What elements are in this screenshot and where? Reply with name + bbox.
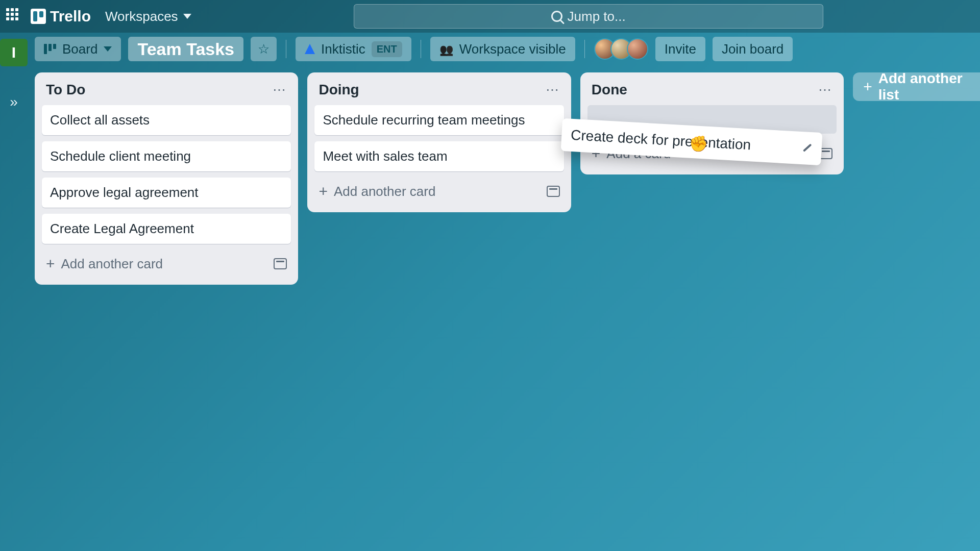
list-menu-icon[interactable]: ⋯ [546, 82, 560, 98]
star-icon: ☆ [258, 41, 270, 57]
plus-icon: + [46, 255, 55, 272]
chevron-down-icon [183, 14, 191, 19]
list-title[interactable]: To Do [46, 82, 85, 98]
expand-sidebar-icon[interactable]: » [10, 94, 18, 110]
left-rail: I » [0, 33, 28, 551]
board-icon [44, 44, 56, 54]
board-members[interactable] [594, 38, 648, 60]
plus-icon: + [318, 183, 328, 200]
workspace-link[interactable]: Inktistic ENT [296, 37, 411, 61]
search-input[interactable]: Jump to... [354, 4, 823, 29]
card[interactable]: Approve legal agreement [42, 178, 291, 208]
card[interactable]: Collect all assets [42, 105, 291, 135]
pencil-icon[interactable] [801, 142, 813, 154]
workspace-badge: ENT [372, 41, 402, 57]
add-list-button[interactable]: + Add another list [853, 72, 980, 101]
workspace-initial: I [12, 44, 16, 61]
invite-button[interactable]: Invite [655, 37, 705, 61]
list-title[interactable]: Doing [318, 82, 359, 98]
add-list-label: Add another list [878, 70, 980, 103]
list-header: To Do ⋯ [42, 80, 291, 99]
board-title-text: Team Tasks [137, 39, 234, 59]
add-card-button[interactable]: + Add another card [42, 250, 291, 278]
toolbar-divider [584, 40, 585, 58]
add-card-button[interactable]: + Add another card [314, 178, 564, 205]
board-view-switcher[interactable]: Board [35, 37, 121, 61]
list-header: Done ⋯ [587, 80, 837, 99]
chevron-down-icon [104, 46, 112, 52]
toolbar-divider [421, 40, 421, 58]
invite-label: Invite [665, 41, 696, 57]
star-button[interactable]: ☆ [251, 37, 277, 61]
board-toolbar: Board Team Tasks ☆ Inktistic ENT Workspa… [28, 33, 980, 65]
trello-logo-text: Trello [50, 8, 91, 25]
list-menu-icon[interactable]: ⋯ [818, 82, 832, 98]
workspace-name: Inktistic [321, 41, 365, 57]
atlassian-icon [305, 44, 315, 54]
board-area: I » Board Team Tasks ☆ Inktistic ENT [0, 33, 980, 551]
list-menu-icon[interactable]: ⋯ [273, 82, 287, 98]
card[interactable]: Meet with sales team [314, 141, 564, 171]
search-placeholder: Jump to... [568, 9, 626, 24]
trello-logo[interactable]: Trello [31, 8, 91, 25]
add-card-label: Add another card [334, 184, 435, 199]
avatar[interactable] [627, 38, 648, 60]
toolbar-divider [286, 40, 286, 58]
dragging-card-title: Create deck for presentation [570, 127, 751, 154]
template-icon[interactable] [274, 258, 287, 269]
list-header: Doing ⋯ [314, 80, 564, 99]
visibility-label: Workspace visible [459, 41, 566, 57]
add-card-label: Add another card [61, 256, 163, 272]
list-todo: To Do ⋯ Collect all assets Schedule clie… [35, 72, 298, 285]
board-title[interactable]: Team Tasks [128, 37, 243, 61]
board-view-label: Board [62, 41, 97, 57]
board-content: Board Team Tasks ☆ Inktistic ENT Workspa… [28, 33, 980, 551]
apps-switcher-icon[interactable] [6, 8, 22, 24]
join-board-button[interactable]: Join board [713, 37, 793, 61]
card[interactable]: Create Legal Agreement [42, 214, 291, 244]
search-icon [551, 11, 562, 22]
join-board-label: Join board [722, 41, 783, 57]
lists-container: To Do ⋯ Collect all assets Schedule clie… [28, 65, 980, 551]
workspaces-dropdown[interactable]: Workspaces [99, 6, 198, 28]
plus-icon: + [863, 78, 872, 95]
template-icon[interactable] [547, 186, 560, 197]
workspaces-label: Workspaces [105, 9, 178, 24]
card[interactable]: Schedule recurring team meetings [314, 105, 564, 135]
people-icon [439, 41, 453, 57]
list-doing: Doing ⋯ Schedule recurring team meetings… [307, 72, 571, 212]
global-header: Trello Workspaces Jump to... [0, 0, 980, 33]
workspace-square[interactable]: I [0, 39, 28, 66]
trello-logo-icon [31, 9, 46, 24]
visibility-button[interactable]: Workspace visible [430, 37, 575, 61]
card[interactable]: Schedule client meeting [42, 141, 291, 171]
list-title[interactable]: Done [592, 82, 627, 98]
